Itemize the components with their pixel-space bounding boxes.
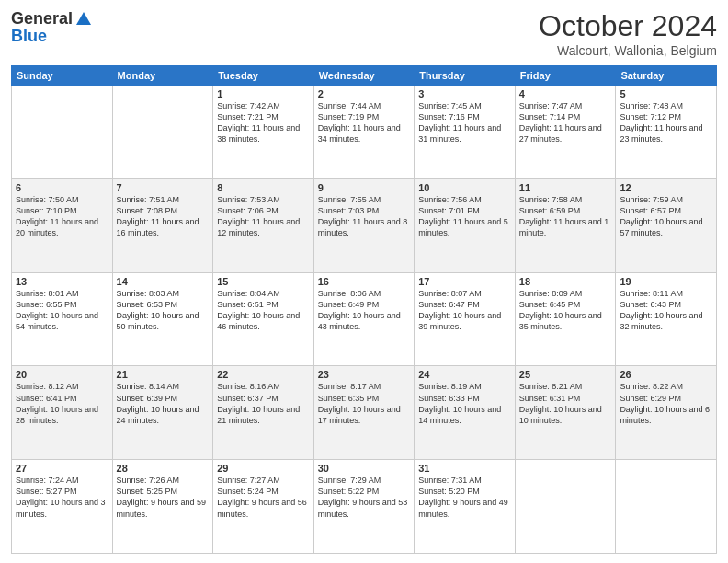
calendar-cell: 23Sunrise: 8:17 AMSunset: 6:35 PMDayligh… <box>313 366 415 460</box>
logo-general: General <box>11 9 73 29</box>
day-number: 29 <box>217 463 310 474</box>
calendar-table: Sunday Monday Tuesday Wednesday Thursday… <box>11 65 717 554</box>
col-sunday: Sunday <box>12 66 113 86</box>
svg-marker-0 <box>76 12 91 25</box>
calendar-cell: 5Sunrise: 7:48 AMSunset: 7:12 PMDaylight… <box>616 86 717 179</box>
calendar-cell: 26Sunrise: 8:22 AMSunset: 6:29 PMDayligh… <box>616 366 717 460</box>
cell-info: Sunrise: 7:51 AMSunset: 7:08 PMDaylight:… <box>117 194 210 239</box>
calendar-cell: 15Sunrise: 8:04 AMSunset: 6:51 PMDayligh… <box>213 272 314 366</box>
col-wednesday: Wednesday <box>313 66 415 86</box>
calendar-cell: 6Sunrise: 7:50 AMSunset: 7:10 PMDaylight… <box>12 178 113 272</box>
logo-text: General <box>11 9 93 29</box>
cell-info: Sunrise: 8:21 AMSunset: 6:31 PMDaylight:… <box>519 381 612 426</box>
calendar-cell: 25Sunrise: 8:21 AMSunset: 6:31 PMDayligh… <box>515 366 616 460</box>
day-number: 22 <box>217 369 310 380</box>
cell-info: Sunrise: 7:42 AMSunset: 7:21 PMDaylight:… <box>217 100 310 145</box>
day-number: 30 <box>318 463 411 474</box>
day-number: 10 <box>418 182 511 193</box>
day-number: 31 <box>418 463 511 474</box>
calendar-cell: 28Sunrise: 7:26 AMSunset: 5:25 PMDayligh… <box>112 460 213 554</box>
logo-icon <box>74 10 93 29</box>
cell-info: Sunrise: 7:24 AMSunset: 5:27 PMDaylight:… <box>16 475 108 520</box>
calendar-cell: 20Sunrise: 8:12 AMSunset: 6:41 PMDayligh… <box>12 366 113 460</box>
cell-info: Sunrise: 8:14 AMSunset: 6:39 PMDaylight:… <box>117 381 210 426</box>
location: Walcourt, Wallonia, Belgium <box>539 43 717 58</box>
calendar-cell: 30Sunrise: 7:29 AMSunset: 5:22 PMDayligh… <box>313 460 415 554</box>
logo: General Blue <box>11 9 93 46</box>
calendar-cell: 13Sunrise: 8:01 AMSunset: 6:55 PMDayligh… <box>12 272 113 366</box>
cell-info: Sunrise: 7:59 AMSunset: 6:57 PMDaylight:… <box>620 194 712 239</box>
calendar-cell: 16Sunrise: 8:06 AMSunset: 6:49 PMDayligh… <box>313 272 415 366</box>
cell-info: Sunrise: 8:22 AMSunset: 6:29 PMDaylight:… <box>620 381 712 426</box>
calendar-cell: 21Sunrise: 8:14 AMSunset: 6:39 PMDayligh… <box>112 366 213 460</box>
col-monday: Monday <box>112 66 213 86</box>
calendar-cell <box>12 86 113 179</box>
col-saturday: Saturday <box>616 66 717 86</box>
calendar-week-3: 13Sunrise: 8:01 AMSunset: 6:55 PMDayligh… <box>12 272 717 366</box>
day-number: 27 <box>16 463 108 474</box>
day-number: 17 <box>418 276 511 287</box>
day-number: 18 <box>519 276 612 287</box>
cell-info: Sunrise: 7:31 AMSunset: 5:20 PMDaylight:… <box>418 475 511 520</box>
calendar-cell <box>112 86 213 179</box>
cell-info: Sunrise: 7:55 AMSunset: 7:03 PMDaylight:… <box>318 194 411 239</box>
calendar-cell: 27Sunrise: 7:24 AMSunset: 5:27 PMDayligh… <box>12 460 113 554</box>
day-number: 3 <box>418 88 511 99</box>
day-number: 8 <box>217 182 310 193</box>
page: General Blue October 2024 Walcourt, Wall… <box>0 0 728 563</box>
cell-info: Sunrise: 8:19 AMSunset: 6:33 PMDaylight:… <box>418 381 511 426</box>
cell-info: Sunrise: 7:29 AMSunset: 5:22 PMDaylight:… <box>318 475 411 520</box>
cell-info: Sunrise: 8:06 AMSunset: 6:49 PMDaylight:… <box>318 288 411 333</box>
cell-info: Sunrise: 7:56 AMSunset: 7:01 PMDaylight:… <box>418 194 511 239</box>
day-number: 20 <box>16 369 108 380</box>
day-number: 28 <box>117 463 210 474</box>
cell-info: Sunrise: 8:17 AMSunset: 6:35 PMDaylight:… <box>318 381 411 426</box>
calendar-cell: 19Sunrise: 8:11 AMSunset: 6:43 PMDayligh… <box>616 272 717 366</box>
calendar-cell <box>515 460 616 554</box>
calendar-cell: 29Sunrise: 7:27 AMSunset: 5:24 PMDayligh… <box>213 460 314 554</box>
day-number: 4 <box>519 88 612 99</box>
col-friday: Friday <box>515 66 616 86</box>
cell-info: Sunrise: 7:45 AMSunset: 7:16 PMDaylight:… <box>418 100 511 145</box>
day-number: 23 <box>318 369 411 380</box>
calendar-cell: 3Sunrise: 7:45 AMSunset: 7:16 PMDaylight… <box>415 86 516 179</box>
calendar-cell: 31Sunrise: 7:31 AMSunset: 5:20 PMDayligh… <box>415 460 516 554</box>
calendar-cell <box>616 460 717 554</box>
month-title: October 2024 <box>539 9 717 43</box>
calendar-cell: 7Sunrise: 7:51 AMSunset: 7:08 PMDaylight… <box>112 178 213 272</box>
calendar-cell: 1Sunrise: 7:42 AMSunset: 7:21 PMDaylight… <box>213 86 314 179</box>
day-number: 21 <box>117 369 210 380</box>
day-number: 26 <box>620 369 712 380</box>
day-number: 24 <box>418 369 511 380</box>
col-tuesday: Tuesday <box>213 66 314 86</box>
day-number: 15 <box>217 276 310 287</box>
day-number: 16 <box>318 276 411 287</box>
calendar-cell: 9Sunrise: 7:55 AMSunset: 7:03 PMDaylight… <box>313 178 415 272</box>
calendar-cell: 4Sunrise: 7:47 AMSunset: 7:14 PMDaylight… <box>515 86 616 179</box>
calendar-cell: 22Sunrise: 8:16 AMSunset: 6:37 PMDayligh… <box>213 366 314 460</box>
day-number: 11 <box>519 182 612 193</box>
cell-info: Sunrise: 7:48 AMSunset: 7:12 PMDaylight:… <box>620 100 712 145</box>
cell-info: Sunrise: 7:47 AMSunset: 7:14 PMDaylight:… <box>519 100 612 145</box>
calendar-week-2: 6Sunrise: 7:50 AMSunset: 7:10 PMDaylight… <box>12 178 717 272</box>
calendar-cell: 24Sunrise: 8:19 AMSunset: 6:33 PMDayligh… <box>415 366 516 460</box>
cell-info: Sunrise: 8:09 AMSunset: 6:45 PMDaylight:… <box>519 288 612 333</box>
day-number: 12 <box>620 182 712 193</box>
cell-info: Sunrise: 8:03 AMSunset: 6:53 PMDaylight:… <box>117 288 210 333</box>
title-block: October 2024 Walcourt, Wallonia, Belgium <box>539 9 717 58</box>
day-number: 13 <box>16 276 108 287</box>
cell-info: Sunrise: 8:01 AMSunset: 6:55 PMDaylight:… <box>16 288 108 333</box>
day-number: 7 <box>117 182 210 193</box>
day-number: 19 <box>620 276 712 287</box>
cell-info: Sunrise: 8:04 AMSunset: 6:51 PMDaylight:… <box>217 288 310 333</box>
day-number: 1 <box>217 88 310 99</box>
cell-info: Sunrise: 7:50 AMSunset: 7:10 PMDaylight:… <box>16 194 108 239</box>
calendar-cell: 17Sunrise: 8:07 AMSunset: 6:47 PMDayligh… <box>415 272 516 366</box>
calendar-cell: 10Sunrise: 7:56 AMSunset: 7:01 PMDayligh… <box>415 178 516 272</box>
logo-blue-text: Blue <box>11 27 47 46</box>
day-number: 2 <box>318 88 411 99</box>
calendar-week-1: 1Sunrise: 7:42 AMSunset: 7:21 PMDaylight… <box>12 86 717 179</box>
cell-info: Sunrise: 7:44 AMSunset: 7:19 PMDaylight:… <box>318 100 411 145</box>
day-number: 25 <box>519 369 612 380</box>
cell-info: Sunrise: 7:27 AMSunset: 5:24 PMDaylight:… <box>217 475 310 520</box>
